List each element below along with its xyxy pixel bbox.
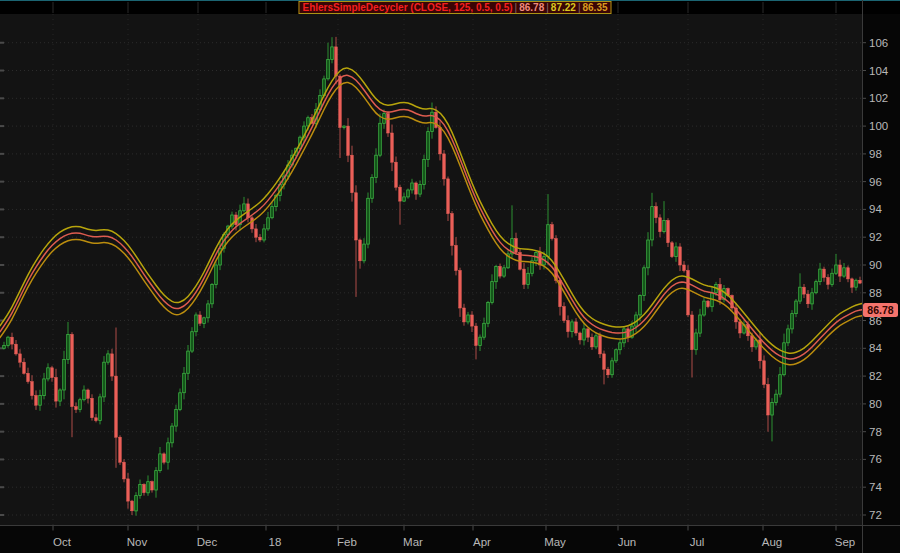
y-axis-label[interactable]: 98 <box>869 148 882 160</box>
study-value: 86.78 <box>519 2 544 13</box>
study-values: |86.78|87.22|86.35 <box>513 2 608 13</box>
y-axis-label[interactable]: 96 <box>869 176 882 188</box>
x-axis-label[interactable]: Aug <box>762 536 782 548</box>
x-axis-label[interactable]: 18 <box>269 536 282 548</box>
study-value-separator: | <box>546 2 549 13</box>
study-name: EhlersSimpleDecycler (CLOSE, 125, 0.5, 0… <box>302 2 512 13</box>
chart-window: 1061041021009896949290888684828078767472… <box>0 0 900 553</box>
x-axis-label[interactable]: Feb <box>337 536 357 548</box>
y-axis-label[interactable]: 104 <box>869 65 889 77</box>
x-axis-label[interactable]: Dec <box>197 536 218 548</box>
x-axis-label[interactable]: May <box>544 536 566 548</box>
y-axis-label[interactable]: 82 <box>869 370 882 382</box>
study-value: 87.22 <box>551 2 576 13</box>
x-axis-label[interactable]: Nov <box>127 536 148 548</box>
x-axis-label[interactable]: Jul <box>690 536 705 548</box>
study-value: 86.35 <box>582 2 607 13</box>
x-axis-label[interactable]: Oct <box>53 536 72 548</box>
y-axis-label[interactable]: 84 <box>869 342 882 354</box>
plot-background <box>0 14 862 525</box>
x-axis-label[interactable]: Jun <box>618 536 637 548</box>
x-axis-label[interactable]: Mar <box>403 536 423 548</box>
y-axis-label[interactable]: 102 <box>869 92 888 104</box>
x-axis-label[interactable]: Apr <box>473 536 491 548</box>
y-axis[interactable]: 1061041021009896949290888684828078767472 <box>869 37 889 521</box>
y-axis-label[interactable]: 78 <box>869 426 882 438</box>
x-axis[interactable]: OctNovDec18FebMarAprMayJunJulAugSep <box>53 536 855 548</box>
y-axis-label[interactable]: 94 <box>869 203 882 215</box>
price-chart[interactable]: 1061041021009896949290888684828078767472… <box>0 0 900 553</box>
study-value-separator: | <box>515 2 518 13</box>
y-axis-label[interactable]: 100 <box>869 120 888 132</box>
x-axis-label[interactable]: Sep <box>835 536 855 548</box>
y-axis-label[interactable]: 92 <box>869 231 882 243</box>
y-axis-label[interactable]: 90 <box>869 259 882 271</box>
study-label[interactable]: EhlersSimpleDecycler (CLOSE, 125, 0.5, 0… <box>298 1 611 14</box>
y-axis-label[interactable]: 106 <box>869 37 888 49</box>
y-axis-label[interactable]: 74 <box>869 481 882 493</box>
y-axis-label[interactable]: 72 <box>869 509 882 521</box>
y-axis-label[interactable]: 88 <box>869 287 882 299</box>
y-axis-label[interactable]: 76 <box>869 453 882 465</box>
y-axis-label[interactable]: 80 <box>869 398 882 410</box>
study-value-separator: | <box>578 2 581 13</box>
last-value-badge: 86.78 <box>863 303 898 317</box>
